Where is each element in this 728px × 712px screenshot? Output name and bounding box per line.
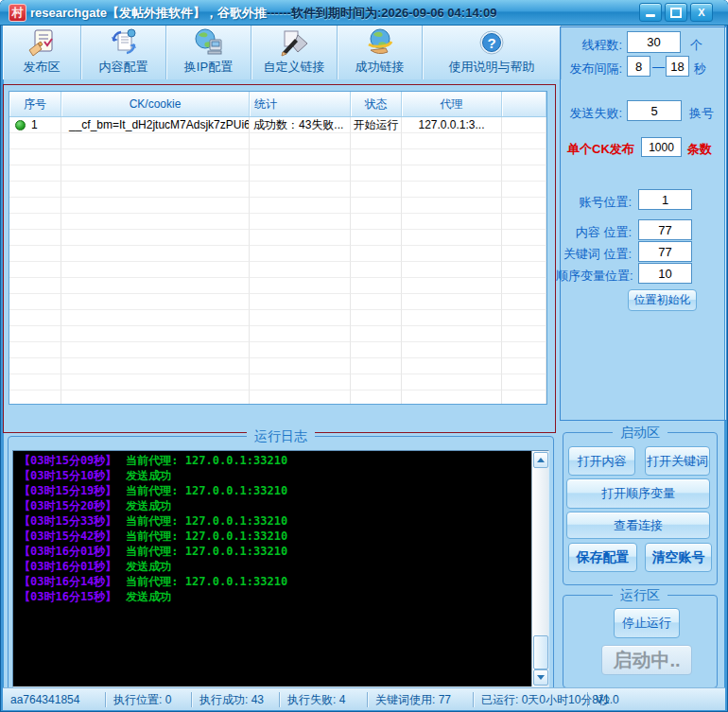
table-row-empty bbox=[9, 310, 546, 326]
table-row-empty bbox=[9, 294, 546, 310]
app-icon: 村 bbox=[9, 4, 26, 22]
stop-run-button[interactable]: 停止运行 bbox=[614, 608, 680, 638]
maximize-button[interactable] bbox=[665, 3, 687, 22]
toolbar-help-label: 使用说明与帮助 bbox=[449, 59, 535, 76]
column-header-status[interactable]: 状态 bbox=[351, 92, 402, 116]
run-area-group: 运行区 停止运行 启动中.. bbox=[563, 595, 718, 688]
log-scrollbar[interactable] bbox=[531, 451, 548, 686]
toolbar-publish-button[interactable]: 发布区 bbox=[3, 26, 81, 79]
keyword-pos-label: 关键词 位置: bbox=[560, 246, 632, 263]
window-title-expiry: ------软件到期时间为:2026-09-06 04:14:09 bbox=[267, 6, 496, 20]
table-row-empty bbox=[9, 326, 546, 342]
column-header-num[interactable]: 序号 bbox=[9, 92, 61, 116]
table-row-empty bbox=[9, 149, 546, 165]
interval-dash: — bbox=[652, 60, 665, 74]
position-init-button[interactable]: 位置初始化 bbox=[628, 289, 697, 311]
interval-max-input[interactable] bbox=[666, 56, 689, 77]
column-header-proxy[interactable]: 代理 bbox=[402, 92, 502, 116]
start-area-title: 启动区 bbox=[613, 425, 667, 442]
toolbar-success-link-button[interactable]: 成功链接 bbox=[338, 26, 423, 79]
log-line: 【03时15分33秒】当前代理: 127.0.0.1:33210 bbox=[13, 513, 531, 529]
publish-icon bbox=[26, 27, 57, 58]
account-pos-label: 账号位置: bbox=[560, 194, 632, 211]
scrollbar-thumb[interactable] bbox=[533, 635, 548, 669]
open-seq-var-button[interactable]: 打开顺序变量 bbox=[566, 478, 710, 509]
maximize-icon bbox=[670, 8, 682, 18]
send-fail-unit-label: 换号 bbox=[689, 105, 714, 122]
row-cookie: __cf_bm=It_dH2jtucM7Adsjk7zPUi6... bbox=[61, 117, 250, 133]
run-log-group: 运行日志 【03时15分09秒】当前代理: 127.0.0.1:33210【03… bbox=[8, 436, 554, 692]
interval-label: 发布间隔: bbox=[560, 61, 622, 78]
send-fail-input[interactable] bbox=[627, 100, 682, 121]
table-empty-rows bbox=[9, 133, 546, 405]
starting-button[interactable]: 启动中.. bbox=[601, 645, 692, 675]
column-header-stats[interactable]: 统计 bbox=[250, 92, 351, 116]
open-keyword-button[interactable]: 打开关键词 bbox=[645, 446, 710, 476]
table-row[interactable]: 1 __cf_bm=It_dH2jtucM7Adsjk7zPUi6... 成功数… bbox=[9, 117, 546, 133]
toolbar-custom-link-label: 自定义链接 bbox=[264, 59, 325, 76]
ck-publish-label: 单个CK发布 bbox=[567, 141, 634, 158]
status-dot-green bbox=[15, 120, 26, 130]
change-ip-icon bbox=[194, 27, 224, 58]
clear-account-button[interactable]: 清空账号 bbox=[645, 543, 712, 572]
open-content-button[interactable]: 打开内容 bbox=[568, 446, 635, 476]
arrow-down-icon bbox=[537, 675, 545, 680]
seq-pos-label: 顺序变量位置: bbox=[556, 268, 632, 285]
send-fail-label: 发送失败: bbox=[560, 105, 622, 122]
row-num: 1 bbox=[31, 118, 38, 131]
row-stats: 成功数：43失败... bbox=[250, 117, 351, 133]
row-status: 开始运行 bbox=[351, 117, 402, 133]
column-header-cookie[interactable]: CK/cookie bbox=[61, 92, 250, 116]
window-controls: X bbox=[639, 3, 713, 22]
toolbar-change-ip-label: 换IP配置 bbox=[184, 59, 233, 76]
interval-min-input[interactable] bbox=[627, 56, 650, 77]
window-title-main: researchgate【发帖外推软件】，谷歌外推 bbox=[30, 6, 267, 20]
toolbar-change-ip-button[interactable]: 换IP配置 bbox=[166, 26, 251, 79]
log-line: 【03时15分20秒】发送成功 bbox=[13, 498, 531, 513]
scroll-down-button[interactable] bbox=[533, 669, 548, 686]
save-config-button[interactable]: 保存配置 bbox=[568, 543, 637, 572]
scroll-up-button[interactable] bbox=[533, 452, 548, 468]
status-keyword-use: 关键词使用: 77 bbox=[368, 692, 474, 707]
toolbar-success-link-label: 成功链接 bbox=[355, 59, 405, 76]
status-bar: aa764341854 执行位置: 0 执行成功: 43 执行失败: 4 关键词… bbox=[3, 687, 725, 710]
arrow-up-icon bbox=[537, 458, 545, 462]
table-row-empty bbox=[9, 278, 546, 294]
log-line: 【03时15分09秒】当前代理: 127.0.0.1:33210 bbox=[13, 453, 531, 468]
keyword-pos-input[interactable] bbox=[638, 241, 692, 262]
log-line: 【03时16分15秒】发送成功 bbox=[13, 589, 531, 604]
status-exec-pos: 执行位置: 0 bbox=[106, 692, 192, 707]
toolbar-content-config-button[interactable]: 内容配置 bbox=[81, 26, 166, 79]
log-console[interactable]: 【03时15分09秒】当前代理: 127.0.0.1:33210【03时15分1… bbox=[13, 453, 531, 686]
table-row-empty bbox=[9, 246, 546, 262]
toolbar-custom-link-button[interactable]: 自定义链接 bbox=[251, 26, 338, 79]
table-header: 序号 CK/cookie 统计 状态 代理 bbox=[9, 92, 546, 117]
ck-publish-input[interactable] bbox=[641, 137, 682, 157]
table-row-empty bbox=[9, 198, 546, 214]
app-window: 村 researchgate【发帖外推软件】，谷歌外推------软件到期时间为… bbox=[0, 0, 728, 712]
content-pos-input[interactable] bbox=[638, 219, 692, 240]
seq-pos-input[interactable] bbox=[638, 263, 692, 284]
svg-text:?: ? bbox=[487, 35, 495, 51]
thread-count-input[interactable] bbox=[627, 31, 681, 53]
ck-table: 序号 CK/cookie 统计 状态 代理 1 __cf_bm=It_dH2jt… bbox=[9, 91, 547, 405]
log-line: 【03时15分19秒】当前代理: 127.0.0.1:33210 bbox=[13, 483, 531, 498]
account-pos-input[interactable] bbox=[638, 189, 692, 210]
status-exec-fail: 执行失败: 4 bbox=[280, 692, 368, 707]
log-line: 【03时16分01秒】当前代理: 127.0.0.1:33210 bbox=[13, 544, 531, 559]
content-config-icon bbox=[109, 27, 139, 58]
table-row-empty bbox=[9, 358, 546, 374]
toolbar-help-button[interactable]: ? 使用说明与帮助 bbox=[423, 26, 562, 79]
title-bar: 村 researchgate【发帖外推软件】，谷歌外推------软件到期时间为… bbox=[0, 0, 728, 26]
log-line: 【03时16分14秒】当前代理: 127.0.0.1:33210 bbox=[13, 574, 531, 589]
toolbar-publish-label: 发布区 bbox=[24, 59, 61, 76]
log-line: 【03时15分10秒】发送成功 bbox=[13, 468, 531, 483]
view-link-button[interactable]: 查看连接 bbox=[566, 512, 710, 539]
success-link-icon bbox=[365, 27, 395, 58]
window-title: researchgate【发帖外推软件】，谷歌外推------软件到期时间为:2… bbox=[30, 5, 496, 22]
minimize-button[interactable] bbox=[639, 3, 662, 22]
status-runtime: 已运行: 0天0小时10分8秒 bbox=[474, 692, 588, 707]
table-row-empty bbox=[9, 214, 546, 230]
table-row-empty bbox=[9, 342, 546, 358]
close-button[interactable]: X bbox=[690, 3, 713, 22]
